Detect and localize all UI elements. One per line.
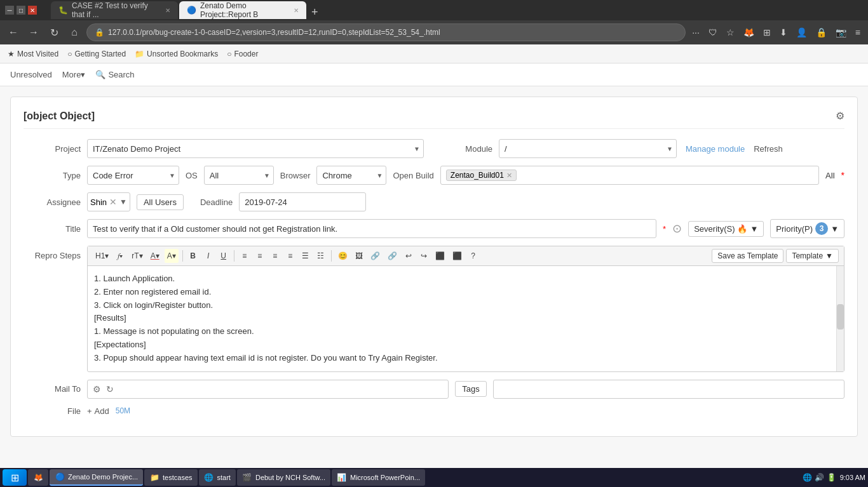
back-button[interactable]: ← <box>5 24 22 41</box>
toolbar-undo[interactable]: ↩ <box>402 249 415 263</box>
file-size-badge: 50M <box>116 406 130 415</box>
downloads-button[interactable]: ⬇ <box>777 25 790 40</box>
address-bar[interactable]: 🔒 127.0.0.1/pro/bug-create-1-0-caseID=2,… <box>86 23 686 41</box>
toolbar-font[interactable]: 𝑓▾ <box>114 249 126 263</box>
refresh-module-button[interactable]: Refresh <box>754 144 783 154</box>
priority-button[interactable]: Priority(P) 3 ▼ <box>770 219 844 238</box>
toolbar-font-color[interactable]: A▾ <box>148 249 162 263</box>
refresh-button[interactable]: ↻ <box>46 24 62 41</box>
toolbar-bold[interactable]: B <box>187 249 200 263</box>
nav-unresolved[interactable]: Unresolved <box>10 70 52 79</box>
toolbar-link2[interactable]: 🔗 <box>385 249 400 263</box>
forward-button[interactable]: → <box>25 24 42 41</box>
accounts-button[interactable]: 👤 <box>794 25 810 40</box>
toolbar-unordered-list[interactable]: ☷ <box>315 249 327 263</box>
taskbar-item-debut[interactable]: 🎬 Debut by NCH Softw... <box>237 469 330 486</box>
manage-module-button[interactable]: Manage module <box>683 144 747 154</box>
toolbar-underline[interactable]: U <box>217 249 230 263</box>
assignee-label: Assignee <box>24 197 81 207</box>
settings-icon[interactable]: ⚙ <box>836 110 844 122</box>
tags-button[interactable]: Tags <box>455 381 486 397</box>
toolbar-bg-color[interactable]: A▾ <box>165 249 179 263</box>
add-file-button[interactable]: + Add <box>87 406 109 416</box>
all-users-button[interactable]: All Users <box>137 194 184 210</box>
assignee-dropdown-button[interactable]: ▼ <box>119 197 127 206</box>
home-button[interactable]: ⌂ <box>66 24 83 41</box>
severity-button[interactable]: Severity(S) 🔥 ▼ <box>688 221 764 237</box>
bookmark-fooder[interactable]: ○ Fooder <box>227 50 258 58</box>
toolbar-emoji[interactable]: 😊 <box>336 249 350 263</box>
toolbar-align-right[interactable]: ≡ <box>269 249 281 263</box>
repro-line-1: 1. Launch Application. <box>94 272 837 286</box>
mail-settings-icon[interactable]: ⚙ <box>93 384 101 394</box>
save-as-template-button[interactable]: Save as Template <box>712 249 783 263</box>
template-button[interactable]: Template ▼ <box>786 249 839 263</box>
shield-icon[interactable]: 🛡 <box>706 25 720 40</box>
nav-search[interactable]: 🔍 Search <box>95 70 134 79</box>
toolbar-image[interactable]: 🖼 <box>353 249 365 263</box>
build-tag-close[interactable]: ✕ <box>506 171 512 180</box>
toolbar-ordered-list[interactable]: ☰ <box>299 249 312 263</box>
lock2-icon[interactable]: 🔒 <box>813 25 829 40</box>
minimize-button[interactable]: ─ <box>5 6 14 15</box>
start-icon: 🌐 <box>204 472 214 483</box>
start-button[interactable]: ⊞ <box>3 469 27 486</box>
close-button[interactable]: ✕ <box>28 6 37 15</box>
editor-scrollbar[interactable] <box>836 266 844 371</box>
bookmark-unsorted[interactable]: 📁 Unsorted Bookmarks <box>135 50 218 58</box>
bookmark-star-button[interactable]: ☆ <box>724 25 737 40</box>
toolbar-table[interactable]: ⬛ <box>450 249 465 263</box>
tab2-close[interactable]: ✕ <box>294 7 299 14</box>
volume-icon[interactable]: 🔊 <box>815 473 824 482</box>
module-select[interactable]: / <box>499 139 677 158</box>
os-select[interactable]: All <box>204 166 274 185</box>
editor-body[interactable]: 1. Launch Application. 2. Enter non regi… <box>88 266 844 371</box>
menu-button[interactable]: ≡ <box>853 25 863 40</box>
new-tab-button[interactable]: + <box>308 6 322 19</box>
taskbar-item-start[interactable]: 🌐 start <box>199 469 236 486</box>
project-select[interactable]: IT/Zenato Demo Project <box>87 139 424 158</box>
scrollbar-thumb[interactable] <box>837 304 844 330</box>
tab1-close[interactable]: ✕ <box>165 7 170 14</box>
browser-select[interactable]: Chrome <box>316 166 386 185</box>
repro-steps-label: Repro Steps <box>24 246 81 260</box>
toolbar-redo[interactable]: ↪ <box>417 249 430 263</box>
toolbar-code[interactable]: ⬛ <box>433 249 447 263</box>
taskbar-item-powerpoint[interactable]: 📊 Microsoft PowerPoin... <box>332 469 425 486</box>
toolbar-link[interactable]: 🔗 <box>368 249 383 263</box>
bookmark-most-visited[interactable]: ★ Most Visited <box>8 50 58 58</box>
pocket-button[interactable]: 🦊 <box>741 25 757 40</box>
mail-refresh-icon[interactable]: ↻ <box>106 384 114 394</box>
extensions-button[interactable]: ··· <box>689 25 702 40</box>
toolbar-italic[interactable]: I <box>202 249 215 263</box>
toolbar-align-center[interactable]: ≡ <box>254 249 266 263</box>
network-icon[interactable]: 🌐 <box>803 473 812 482</box>
screenshot-button[interactable]: 📷 <box>833 25 849 40</box>
browser-tab-1[interactable]: 🐛 CASE #2 Test to verify that if ... ✕ <box>51 1 178 19</box>
toolbar-h1[interactable]: H1▾ <box>93 249 111 263</box>
toolbar-rt[interactable]: rT▾ <box>129 249 145 263</box>
all-builds-button[interactable]: All <box>825 171 834 180</box>
toolbar-help[interactable]: ? <box>467 249 480 263</box>
battery-icon[interactable]: 🔋 <box>827 473 836 482</box>
assignee-row: Assignee Shin ✕ ▼ All Users Deadline <box>24 192 844 211</box>
toolbar-align-left[interactable]: ≡ <box>238 249 251 263</box>
template-area: Save as Template Template ▼ <box>712 249 839 263</box>
deadline-input[interactable] <box>239 192 366 211</box>
history-button[interactable]: ⊞ <box>761 25 773 40</box>
browser-tab-2[interactable]: 🔵 Zenato Demo Project::Report B ✕ <box>179 1 306 19</box>
type-label: Type <box>24 171 81 180</box>
nav-more[interactable]: More▾ <box>62 70 86 79</box>
bookmark-getting-started[interactable]: ○ Getting Started <box>67 50 126 58</box>
title-input[interactable] <box>87 219 656 238</box>
tags-input[interactable] <box>493 380 844 399</box>
toolbar-align-justify[interactable]: ≡ <box>284 249 297 263</box>
open-build-label: Open Build <box>393 171 433 180</box>
taskbar-item-testcases[interactable]: 📁 testcases <box>144 469 197 486</box>
maximize-button[interactable]: □ <box>17 6 25 15</box>
type-select[interactable]: Code Error <box>87 166 179 185</box>
deadline-label: Deadline <box>200 197 233 207</box>
taskbar-item-zenato[interactable]: 🔵 Zenato Demo Projec... <box>50 469 143 486</box>
taskbar-item-firefox[interactable]: 🦊 <box>28 469 48 486</box>
assignee-clear-button[interactable]: ✕ <box>109 197 117 207</box>
